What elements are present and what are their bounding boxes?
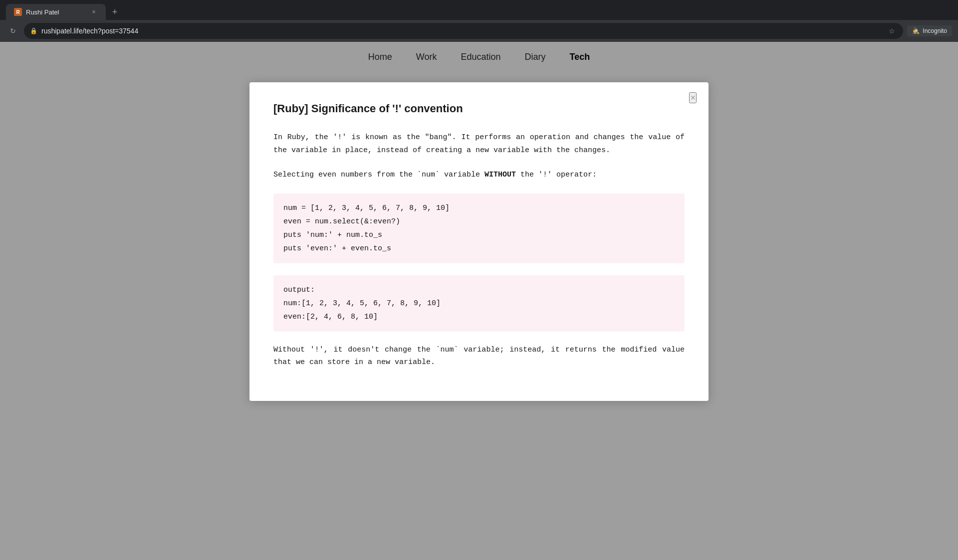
incognito-icon: 🕵 (912, 27, 920, 34)
section1-label: Selecting even numbers from the `num` va… (273, 169, 685, 182)
browser-chrome: R Rushi Patel × + ↻ 🔒 rushipatel.life/te… (0, 0, 958, 42)
reload-button[interactable]: ↻ (6, 24, 20, 38)
modal-backdrop: × [Ruby] Significance of '!' convention … (0, 72, 958, 421)
active-tab[interactable]: R Rushi Patel × (6, 4, 106, 20)
intro-text: In Ruby, the '!' is known as the "bang".… (273, 131, 685, 157)
url-display: rushipatel.life/tech?post=37544 (41, 27, 883, 35)
output-line-1: num:[1, 2, 3, 4, 5, 6, 7, 8, 9, 10] (283, 297, 675, 310)
address-bar-actions: ☆ (887, 25, 897, 37)
outro-text: Without '!', it doesn't change the `num`… (273, 344, 685, 369)
code-line-3: puts 'num:' + num.to_s (283, 228, 675, 242)
incognito-label: Incognito (923, 27, 947, 34)
output-block: output: num:[1, 2, 3, 4, 5, 6, 7, 8, 9, … (273, 275, 685, 332)
section1-label-bold: WITHOUT (484, 171, 516, 179)
post-modal: × [Ruby] Significance of '!' convention … (249, 82, 709, 401)
nav-education[interactable]: Education (461, 52, 500, 62)
lock-icon: 🔒 (30, 27, 37, 34)
nav-tech[interactable]: Tech (570, 52, 590, 62)
bookmark-icon[interactable]: ☆ (887, 25, 897, 37)
code-line-4: puts 'even:' + even.to_s (283, 242, 675, 255)
modal-body: In Ruby, the '!' is known as the "bang".… (273, 131, 685, 369)
nav-home[interactable]: Home (368, 52, 392, 62)
output-label: output: (283, 283, 675, 297)
address-bar-row: ↻ 🔒 rushipatel.life/tech?post=37544 ☆ 🕵 … (0, 20, 958, 42)
output-line-2: even:[2, 4, 6, 8, 10] (283, 310, 675, 324)
new-tab-button[interactable]: + (108, 5, 122, 19)
page-content: Home Work Education Diary Tech × [Ruby] … (0, 42, 958, 560)
modal-close-button[interactable]: × (689, 92, 697, 103)
tab-title: Rushi Patel (26, 8, 86, 16)
code-line-2: even = num.select(&:even?) (283, 215, 675, 228)
modal-title: [Ruby] Significance of '!' convention (273, 102, 685, 115)
code-line-1: num = [1, 2, 3, 4, 5, 6, 7, 8, 9, 10] (283, 201, 675, 215)
tab-bar: R Rushi Patel × + (0, 0, 958, 20)
code-block-1: num = [1, 2, 3, 4, 5, 6, 7, 8, 9, 10] ev… (273, 193, 685, 263)
address-bar[interactable]: 🔒 rushipatel.life/tech?post=37544 ☆ (24, 23, 903, 39)
section1-label-prefix: Selecting even numbers from the `num` va… (273, 171, 484, 179)
tab-close-button[interactable]: × (90, 8, 98, 16)
nav-work[interactable]: Work (416, 52, 437, 62)
site-nav: Home Work Education Diary Tech (0, 42, 958, 72)
incognito-badge: 🕵 Incognito (907, 25, 952, 36)
nav-diary[interactable]: Diary (525, 52, 546, 62)
tab-favicon: R (14, 8, 22, 16)
section1-label-suffix: the '!' operator: (516, 171, 597, 179)
